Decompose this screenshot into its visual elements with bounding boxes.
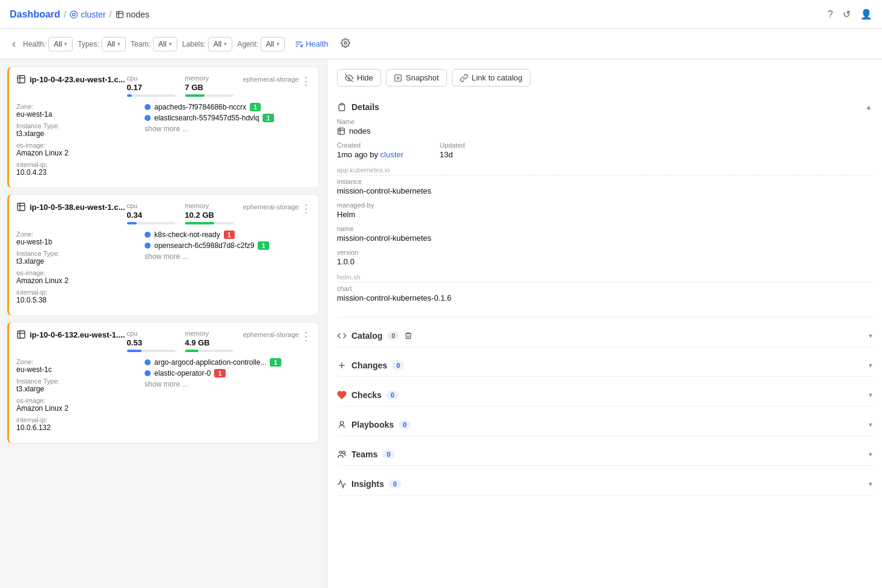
node-card-header: ip-10-0-4-23.eu-west-1.c... cpu 0.17 mem… [16,74,312,97]
show-more-link[interactable]: show more ... [145,380,312,388]
types-chevron: ▾ [117,41,120,47]
node-more-button[interactable]: ⋮ [301,202,312,215]
ip-row: internal-ip: 10.0.4.23 [16,161,137,177]
ephemeral-label: ephemeral-storage [243,76,299,83]
changes-count: 0 [392,361,404,370]
user-icon[interactable]: 👤 [860,8,872,20]
insights-header[interactable]: Insights 0 ▾ [337,473,872,495]
details-panel: Hide Snapshot Link to catalog Details ▲ [327,59,882,588]
changes-header[interactable]: Changes 0 ▾ [337,354,872,376]
health-label: Health: [23,40,46,48]
breadcrumb: Dashboard / cluster / nodes [10,9,149,20]
node-pods: k8s-check-not-ready 1 opensearch-6c5988d… [145,230,312,308]
node-more-button[interactable]: ⋮ [301,74,312,88]
created-by-link[interactable]: cluster [381,150,403,159]
details-chevron: ▲ [865,103,872,111]
cpu-metric: cpu 0.34 [127,202,175,224]
pod-count-badge: 1 [214,369,225,377]
checks-title: Checks 0 [337,390,399,400]
chart-row: chart mission-control-kubernetes-0.1.6 [337,285,872,302]
node-card: ip-10-0-6-132.eu-west-1.... cpu 0.53 mem… [7,322,319,443]
node-details: Zone: eu-west-1c Instance Type: t3.xlarg… [16,358,312,436]
checks-chevron: ▾ [869,391,872,399]
snapshot-button[interactable]: Snapshot [386,69,447,87]
node-title: ip-10-0-6-132.eu-west-1.... [16,330,125,339]
nodes-list: ip-10-0-4-23.eu-west-1.c... cpu 0.17 mem… [0,59,327,588]
node-metrics: cpu 0.53 memory 4.9 GB eph [127,330,299,352]
created-info: Created 1mo ago by cluster [337,142,403,159]
node-name[interactable]: ip-10-0-5-38.eu-west-1.c... [30,203,125,212]
playbooks-header[interactable]: Playbooks 0 ▾ [337,414,872,436]
catalog-count: 0 [387,332,399,340]
node-title: ip-10-0-4-23.eu-west-1.c... [16,74,125,84]
managed-by-row: managed-by Helm [337,201,872,219]
collapse-button[interactable]: ‹ [10,35,18,53]
node-pods: apacheds-7f9784686b-nccrx 1 elasticsearc… [145,103,312,180]
zone-row: Zone: eu-west-1c [16,358,137,374]
agent-select[interactable]: All ▾ [261,37,285,51]
memory-metric: memory 10.2 GB [185,202,234,224]
types-select[interactable]: All ▾ [102,37,126,51]
memory-metric: memory 7 GB [185,74,234,97]
teams-chevron: ▾ [869,450,872,459]
created-value: 1mo ago by cluster [337,150,403,159]
checks-header[interactable]: Checks 0 ▾ [337,384,872,406]
types-label: Types: [77,40,99,48]
catalog-title: Catalog 0 [337,331,413,341]
cpu-value: 0.53 [127,338,175,347]
agent-filter: Agent: All ▾ [237,37,285,51]
health-select[interactable]: All ▾ [48,37,73,51]
node-name[interactable]: ip-10-0-4-23.eu-west-1.c... [30,75,125,84]
teams-title: Teams 0 [337,449,394,459]
cluster-link[interactable]: cluster [70,10,105,19]
teams-header[interactable]: Teams 0 ▾ [337,443,872,465]
instance-row: instance mission-control-kubernetes [337,178,872,195]
node-more-button[interactable]: ⋮ [301,330,312,343]
insights-title: Insights 0 [337,479,401,489]
svg-rect-2 [116,11,123,18]
team-select[interactable]: All ▾ [153,37,177,51]
catalog-header[interactable]: Catalog 0 ▾ [337,325,872,347]
toolbar: ‹ Health: All ▾ Types: All ▾ Team: All ▾… [0,29,882,59]
labels-select[interactable]: All ▾ [208,37,232,51]
settings-icon[interactable] [341,38,350,50]
details-header[interactable]: Details ▲ [337,96,872,118]
pod-item: argo-argocd-application-controlle... 1 [145,358,312,367]
pod-name: opensearch-6c5988d7d8-c2fz9 [154,241,254,250]
memory-bar [185,350,234,352]
insights-section: Insights 0 ▾ [337,473,872,495]
node-server-icon [16,330,26,339]
pod-name: elasticsearch-5579457d55-hdvlq [154,114,259,122]
checks-section: Checks 0 ▾ [337,384,872,407]
name-value: nodes [349,126,370,136]
app-kubernetes-group: app.kubernetes.io instance mission-contr… [337,166,872,266]
health-filter: Health: All ▾ [23,37,73,51]
memory-value: 7 GB [185,83,234,92]
node-info: Zone: eu-west-1a Instance Type: t3.xlarg… [16,103,137,180]
zone-row: Zone: eu-west-1a [16,103,137,119]
changes-chevron: ▾ [869,361,872,370]
updated-info: Updated 13d [440,142,465,159]
cpu-value: 0.34 [127,211,175,220]
sort-health-button[interactable]: Health [290,37,333,51]
instance-type-row: Instance Type: t3.xlarge [16,377,137,393]
memory-bar [185,222,234,224]
node-card: ip-10-0-5-38.eu-west-1.c... cpu 0.34 mem… [7,194,319,316]
pod-status-dot [145,115,151,121]
svg-point-30 [342,451,345,454]
link-catalog-button[interactable]: Link to catalog [452,69,531,87]
svg-rect-16 [18,331,25,338]
ip-row: internal-ip: 10.0.6.132 [16,416,137,432]
hide-button[interactable]: Hide [337,69,381,87]
changes-section: Changes 0 ▾ [337,354,872,377]
cpu-label: cpu [127,330,175,337]
refresh-icon[interactable]: ↺ [843,8,851,20]
pod-count-badge: 1 [250,103,261,111]
show-more-link[interactable]: show more ... [145,125,312,133]
help-icon[interactable]: ? [828,9,833,20]
dashboard-link[interactable]: Dashboard [10,9,60,20]
nodes-link[interactable]: nodes [116,10,149,19]
svg-point-21 [397,77,399,79]
node-name[interactable]: ip-10-0-6-132.eu-west-1.... [30,330,125,339]
show-more-link[interactable]: show more ... [145,252,312,261]
